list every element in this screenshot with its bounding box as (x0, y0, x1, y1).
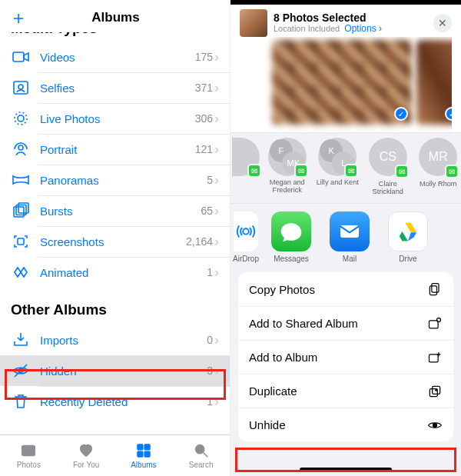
app-label: AirDrop (233, 255, 259, 263)
row-count: 1 (207, 266, 213, 278)
contact-label: Claire Strickland (365, 180, 411, 195)
share-header: 8 Photos Selected Location Included Opti… (230, 0, 461, 133)
albums-header: ＋ Albums (0, 0, 230, 35)
row-label: Screenshots (40, 235, 186, 248)
row-label: Animated (40, 266, 207, 279)
app-messages[interactable]: Messages (264, 211, 318, 263)
share-subtitle: Location Included Options › (274, 24, 427, 35)
add-album-button[interactable]: ＋ (9, 5, 28, 30)
tab-label: Search (189, 461, 214, 469)
svg-point-5 (18, 145, 23, 150)
row-label: Panoramas (40, 174, 207, 187)
svg-rect-15 (138, 451, 143, 457)
avatar: ✉ (232, 138, 260, 176)
apps-row[interactable]: AirDrop Messages Mail Drive (230, 204, 461, 272)
contact-item[interactable]: F MK ✉ Megan and Frederick (264, 138, 310, 195)
media-types-list: Videos 175 › Selfies 371 › Live Photos 3… (0, 42, 230, 434)
action-add-album[interactable]: Add to Album (238, 340, 453, 374)
app-mail[interactable]: Mail (323, 211, 376, 263)
row-hidden[interactable]: Hidden 3 › (0, 355, 230, 386)
share-options-link[interactable]: Options (344, 23, 376, 34)
tab-photos[interactable]: Photos (0, 435, 58, 476)
tab-foryou[interactable]: For You (58, 435, 115, 476)
chevron-right-icon: › (214, 332, 219, 348)
messages-badge-icon: ✉ (445, 165, 459, 178)
contact-label: Molly Rhom (420, 180, 457, 188)
albums-screen: ＋ Albums Media Types Videos 175 › Selfie… (0, 0, 230, 476)
hidden-icon (11, 361, 31, 381)
row-videos[interactable]: Videos 175 › (0, 42, 230, 72)
copy-icon (427, 281, 443, 297)
selection-thumbnail (240, 9, 267, 37)
row-animated[interactable]: Animated 1 › (0, 257, 230, 288)
row-count: 2,164 (186, 235, 213, 248)
svg-rect-1 (14, 82, 28, 94)
selected-photos-strip[interactable]: ✓ ✓ (240, 37, 452, 131)
row-screenshots[interactable]: Screenshots 2,164 › (0, 226, 230, 257)
photo-thumbnail[interactable] (272, 40, 412, 125)
action-label: Add to Album (249, 351, 317, 364)
row-count: 1 (207, 395, 213, 408)
tab-label: Albums (131, 461, 156, 469)
row-label: Recently Deleted (40, 395, 207, 408)
row-recently-deleted[interactable]: Recently Deleted 1 › (0, 386, 230, 417)
action-add-shared[interactable]: Add to Shared Album (238, 306, 453, 340)
home-indicator[interactable] (300, 468, 392, 471)
tab-search[interactable]: Search (172, 435, 230, 476)
row-portrait[interactable]: Portrait 121 › (0, 134, 230, 165)
svg-rect-9 (18, 238, 24, 245)
chevron-right-icon: › (214, 111, 219, 127)
tab-bar: Photos For You Albums Search (0, 434, 230, 476)
row-count: 371 (195, 82, 213, 94)
panorama-icon (11, 170, 31, 190)
trash-icon (11, 391, 31, 411)
contact-item[interactable]: ✉ (232, 138, 260, 195)
chevron-right-icon: › (214, 141, 219, 158)
action-duplicate[interactable]: Duplicate (238, 374, 453, 408)
contact-item[interactable]: K L ✉ Lilly and Kent (315, 138, 361, 195)
imports-icon (11, 330, 31, 350)
avatar: K L ✉ (318, 138, 357, 176)
screenshot-icon (11, 231, 31, 251)
row-bursts[interactable]: Bursts 65 › (0, 195, 230, 226)
status-bar-slice (230, 0, 461, 5)
row-count: 121 (195, 143, 213, 155)
app-airdrop[interactable]: AirDrop (232, 211, 260, 263)
media-types-heading: Media Types (11, 32, 98, 36)
livephoto-icon (11, 108, 31, 128)
contact-label: Megan and Frederick (264, 178, 310, 194)
row-label: Hidden (40, 364, 207, 378)
svg-line-18 (203, 453, 207, 458)
row-panoramas[interactable]: Panoramas 5 › (0, 165, 230, 195)
contacts-row[interactable]: ✉ F MK ✉ Megan and Frederick K L ✉ Lilly… (230, 133, 461, 204)
svg-point-3 (18, 115, 24, 121)
row-selfies[interactable]: Selfies 371 › (0, 72, 230, 103)
action-label: Duplicate (249, 384, 297, 398)
chevron-right-icon: › (214, 203, 219, 219)
row-livephotos[interactable]: Live Photos 306 › (0, 103, 230, 134)
albums-title: Albums (28, 10, 204, 25)
app-label: Drive (399, 255, 416, 263)
row-count: 175 (195, 51, 213, 63)
tab-albums[interactable]: Albums (115, 435, 173, 476)
action-copy[interactable]: Copy Photos (238, 272, 453, 306)
row-count: 306 (195, 112, 213, 125)
messages-badge-icon: ✉ (247, 164, 261, 178)
row-imports[interactable]: Imports 0 › (0, 325, 230, 355)
tab-label: For You (73, 461, 99, 469)
messages-badge-icon: ✉ (395, 165, 409, 178)
row-count: 65 (201, 205, 213, 217)
duplicate-icon (427, 384, 443, 399)
drive-icon (388, 211, 428, 251)
action-label: Copy Photos (249, 283, 315, 296)
action-unhide[interactable]: Unhide (238, 408, 453, 441)
chevron-right-icon: › (214, 172, 219, 188)
app-drive[interactable]: Drive (381, 211, 435, 263)
svg-rect-14 (144, 444, 150, 450)
contact-item[interactable]: MR ✉ Molly Rhom (416, 138, 462, 195)
svg-rect-22 (429, 286, 436, 295)
contact-item[interactable]: CS ✉ Claire Strickland (365, 138, 411, 195)
row-label: Selfies (40, 82, 195, 95)
close-button[interactable]: ✕ (433, 14, 452, 32)
airdrop-icon (234, 211, 258, 251)
